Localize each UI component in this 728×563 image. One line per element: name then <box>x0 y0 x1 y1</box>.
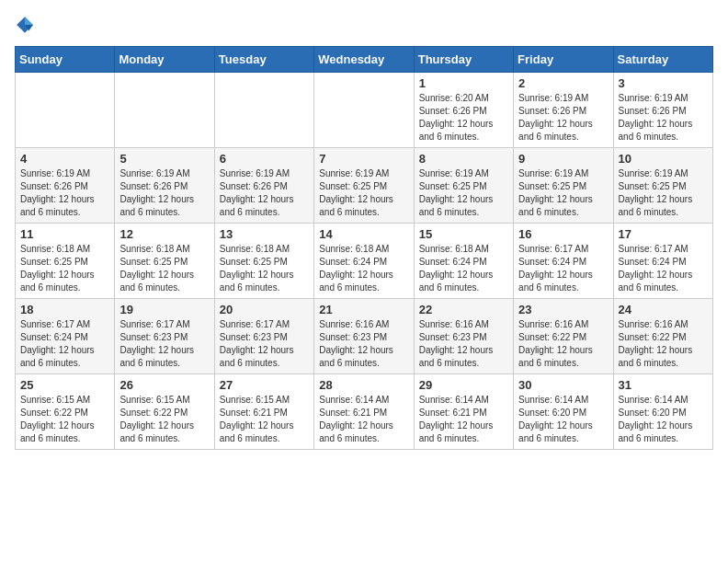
calendar-cell: 19Sunrise: 6:17 AM Sunset: 6:23 PM Dayli… <box>115 299 214 374</box>
day-info: Sunrise: 6:18 AM Sunset: 6:25 PM Dayligh… <box>20 243 109 294</box>
calendar-cell: 23Sunrise: 6:16 AM Sunset: 6:22 PM Dayli… <box>514 299 613 374</box>
day-info: Sunrise: 6:19 AM Sunset: 6:25 PM Dayligh… <box>319 167 408 219</box>
day-number: 5 <box>119 152 209 166</box>
calendar-cell: 12Sunrise: 6:18 AM Sunset: 6:25 PM Dayli… <box>115 224 214 299</box>
calendar-cell: 17Sunrise: 6:17 AM Sunset: 6:24 PM Dayli… <box>613 224 712 299</box>
day-info: Sunrise: 6:18 AM Sunset: 6:24 PM Dayligh… <box>319 243 408 294</box>
day-info: Sunrise: 6:15 AM Sunset: 6:22 PM Dayligh… <box>20 394 109 445</box>
calendar-header-row: SundayMondayTuesdayWednesdayThursdayFrid… <box>16 47 713 73</box>
calendar-cell: 18Sunrise: 6:17 AM Sunset: 6:24 PM Dayli… <box>16 299 115 374</box>
day-info: Sunrise: 6:17 AM Sunset: 6:23 PM Dayligh… <box>119 318 209 370</box>
calendar-cell: 2Sunrise: 6:19 AM Sunset: 6:26 PM Daylig… <box>514 73 613 148</box>
day-number: 21 <box>319 303 408 316</box>
day-number: 3 <box>619 76 708 90</box>
day-number: 11 <box>20 227 109 241</box>
calendar-cell: 26Sunrise: 6:15 AM Sunset: 6:22 PM Dayli… <box>115 374 214 450</box>
calendar-cell: 27Sunrise: 6:15 AM Sunset: 6:21 PM Dayli… <box>214 374 313 450</box>
calendar-week-row: 18Sunrise: 6:17 AM Sunset: 6:24 PM Dayli… <box>16 299 713 374</box>
day-number: 16 <box>518 227 608 241</box>
day-number: 18 <box>20 303 109 316</box>
calendar-cell: 16Sunrise: 6:17 AM Sunset: 6:24 PM Dayli… <box>514 224 613 299</box>
day-info: Sunrise: 6:17 AM Sunset: 6:24 PM Dayligh… <box>619 243 708 294</box>
calendar-cell: 11Sunrise: 6:18 AM Sunset: 6:25 PM Dayli… <box>16 224 115 299</box>
day-number: 15 <box>419 227 508 241</box>
day-number: 23 <box>518 303 608 316</box>
svg-marker-1 <box>25 17 33 25</box>
weekday-header: Sunday <box>16 47 115 73</box>
calendar-cell: 31Sunrise: 6:14 AM Sunset: 6:20 PM Dayli… <box>613 374 712 450</box>
calendar-cell: 7Sunrise: 6:19 AM Sunset: 6:25 PM Daylig… <box>314 148 414 224</box>
day-number: 28 <box>319 378 408 392</box>
day-info: Sunrise: 6:15 AM Sunset: 6:22 PM Dayligh… <box>119 394 209 445</box>
calendar-week-row: 25Sunrise: 6:15 AM Sunset: 6:22 PM Dayli… <box>16 374 713 450</box>
weekday-header: Monday <box>115 47 214 73</box>
day-info: Sunrise: 6:14 AM Sunset: 6:21 PM Dayligh… <box>419 394 508 445</box>
day-info: Sunrise: 6:14 AM Sunset: 6:20 PM Dayligh… <box>518 394 608 445</box>
weekday-header: Tuesday <box>214 47 313 73</box>
calendar-cell: 6Sunrise: 6:19 AM Sunset: 6:26 PM Daylig… <box>214 148 313 224</box>
day-info: Sunrise: 6:15 AM Sunset: 6:21 PM Dayligh… <box>220 394 309 445</box>
day-info: Sunrise: 6:19 AM Sunset: 6:26 PM Dayligh… <box>20 167 109 219</box>
day-number: 6 <box>220 152 309 166</box>
calendar-cell: 25Sunrise: 6:15 AM Sunset: 6:22 PM Dayli… <box>16 374 115 450</box>
day-number: 31 <box>619 378 708 392</box>
calendar-cell: 28Sunrise: 6:14 AM Sunset: 6:21 PM Dayli… <box>314 374 414 450</box>
calendar-cell: 15Sunrise: 6:18 AM Sunset: 6:24 PM Dayli… <box>414 224 513 299</box>
calendar-cell: 10Sunrise: 6:19 AM Sunset: 6:25 PM Dayli… <box>613 148 712 224</box>
calendar-cell <box>214 73 313 148</box>
day-info: Sunrise: 6:19 AM Sunset: 6:25 PM Dayligh… <box>518 167 608 219</box>
day-info: Sunrise: 6:19 AM Sunset: 6:26 PM Dayligh… <box>518 92 608 144</box>
day-number: 13 <box>220 227 309 241</box>
day-info: Sunrise: 6:16 AM Sunset: 6:23 PM Dayligh… <box>319 318 408 370</box>
day-info: Sunrise: 6:17 AM Sunset: 6:23 PM Dayligh… <box>220 318 309 370</box>
calendar-cell: 1Sunrise: 6:20 AM Sunset: 6:26 PM Daylig… <box>414 73 513 148</box>
weekday-header: Thursday <box>414 47 513 73</box>
day-number: 7 <box>319 152 408 166</box>
calendar-cell: 5Sunrise: 6:19 AM Sunset: 6:26 PM Daylig… <box>115 148 214 224</box>
day-number: 9 <box>518 152 608 166</box>
page-header <box>15 15 713 35</box>
day-number: 30 <box>518 378 608 392</box>
day-info: Sunrise: 6:19 AM Sunset: 6:26 PM Dayligh… <box>119 167 209 219</box>
day-number: 25 <box>20 378 109 392</box>
weekday-header: Saturday <box>613 47 712 73</box>
day-number: 17 <box>619 227 708 241</box>
weekday-header: Friday <box>514 47 613 73</box>
day-number: 12 <box>119 227 209 241</box>
calendar-cell: 13Sunrise: 6:18 AM Sunset: 6:25 PM Dayli… <box>214 224 313 299</box>
day-number: 14 <box>319 227 408 241</box>
day-number: 22 <box>419 303 508 316</box>
day-info: Sunrise: 6:18 AM Sunset: 6:25 PM Dayligh… <box>119 243 209 294</box>
day-number: 24 <box>619 303 708 316</box>
day-info: Sunrise: 6:17 AM Sunset: 6:24 PM Dayligh… <box>518 243 608 294</box>
calendar-cell <box>16 73 115 148</box>
calendar-week-row: 11Sunrise: 6:18 AM Sunset: 6:25 PM Dayli… <box>16 224 713 299</box>
day-number: 27 <box>220 378 309 392</box>
calendar-cell: 21Sunrise: 6:16 AM Sunset: 6:23 PM Dayli… <box>314 299 414 374</box>
day-info: Sunrise: 6:16 AM Sunset: 6:23 PM Dayligh… <box>419 318 508 370</box>
day-number: 10 <box>619 152 708 166</box>
calendar-week-row: 1Sunrise: 6:20 AM Sunset: 6:26 PM Daylig… <box>16 73 713 148</box>
calendar-cell: 24Sunrise: 6:16 AM Sunset: 6:22 PM Dayli… <box>613 299 712 374</box>
day-info: Sunrise: 6:18 AM Sunset: 6:25 PM Dayligh… <box>220 243 309 294</box>
logo-icon <box>15 15 35 35</box>
day-info: Sunrise: 6:14 AM Sunset: 6:20 PM Dayligh… <box>619 394 708 445</box>
calendar-cell: 3Sunrise: 6:19 AM Sunset: 6:26 PM Daylig… <box>613 73 712 148</box>
day-number: 29 <box>419 378 508 392</box>
day-info: Sunrise: 6:17 AM Sunset: 6:24 PM Dayligh… <box>20 318 109 370</box>
calendar-cell <box>115 73 214 148</box>
calendar-cell <box>314 73 414 148</box>
day-info: Sunrise: 6:19 AM Sunset: 6:26 PM Dayligh… <box>619 92 708 144</box>
day-info: Sunrise: 6:19 AM Sunset: 6:26 PM Dayligh… <box>220 167 309 219</box>
logo <box>15 15 39 35</box>
calendar-cell: 22Sunrise: 6:16 AM Sunset: 6:23 PM Dayli… <box>414 299 513 374</box>
day-number: 26 <box>119 378 209 392</box>
day-number: 2 <box>518 76 608 90</box>
day-number: 8 <box>419 152 508 166</box>
day-info: Sunrise: 6:16 AM Sunset: 6:22 PM Dayligh… <box>518 318 608 370</box>
day-number: 4 <box>20 152 109 166</box>
day-info: Sunrise: 6:20 AM Sunset: 6:26 PM Dayligh… <box>419 92 508 144</box>
day-number: 20 <box>220 303 309 316</box>
calendar-cell: 9Sunrise: 6:19 AM Sunset: 6:25 PM Daylig… <box>514 148 613 224</box>
weekday-header: Wednesday <box>314 47 414 73</box>
